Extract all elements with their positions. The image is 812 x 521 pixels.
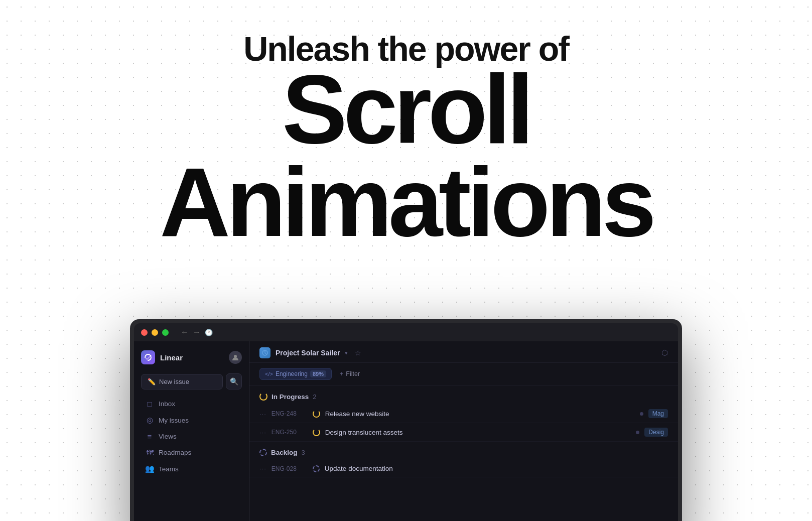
sidebar-item-my-issues[interactable]: ◎ My issues bbox=[137, 412, 246, 428]
table-row[interactable]: ··· ENG-248 Release new website Mag bbox=[249, 405, 678, 423]
sidebar-item-views-label: Views bbox=[159, 433, 177, 440]
search-button[interactable]: 🔍 bbox=[226, 373, 242, 389]
issue-id: ENG-248 bbox=[272, 410, 308, 417]
close-button[interactable] bbox=[141, 329, 148, 336]
sidebar-item-roadmaps[interactable]: 🗺 Roadmaps bbox=[137, 445, 246, 460]
target-icon: ◎ bbox=[145, 416, 154, 425]
backlog-title: Backlog bbox=[271, 449, 298, 456]
maximize-button[interactable] bbox=[162, 329, 169, 336]
main-content: Project Solar Sailer ▾ ☆ ⬡ </> Engineeri… bbox=[249, 341, 678, 521]
filter-bar: </> Engineering 89% + Filter bbox=[249, 363, 678, 385]
star-icon[interactable]: ☆ bbox=[355, 349, 361, 357]
project-icon bbox=[261, 349, 268, 356]
mac-frame: ← → 🕐 Linear bbox=[130, 319, 682, 521]
issue-dot-indicator bbox=[640, 412, 643, 416]
brand-name: Linear bbox=[160, 353, 183, 362]
filter-button[interactable]: + Filter bbox=[336, 368, 364, 379]
table-row[interactable]: ··· ENG-028 Update documentation bbox=[249, 460, 678, 477]
sidebar-header: Linear bbox=[134, 348, 249, 370]
user-avatar[interactable] bbox=[229, 351, 242, 364]
new-issue-button[interactable]: ✏️ New issue bbox=[141, 374, 223, 389]
code-icon: </> bbox=[265, 371, 273, 377]
engineering-pct: 89% bbox=[310, 370, 326, 377]
inbox-icon: □ bbox=[145, 400, 154, 408]
mac-nav: ← → 🕐 bbox=[181, 328, 213, 337]
issue-dot-indicator bbox=[636, 431, 639, 434]
issue-tag: Mag bbox=[648, 409, 668, 418]
in-progress-icon bbox=[259, 393, 267, 401]
issue-menu-icon: ··· bbox=[259, 429, 266, 436]
linear-logo-svg bbox=[144, 353, 152, 361]
project-name: Project Solar Sailer bbox=[276, 349, 340, 357]
sidebar-item-teams-label: Teams bbox=[159, 465, 179, 473]
in-progress-section-header: In Progress 2 bbox=[249, 385, 678, 405]
backlog-icon bbox=[259, 449, 267, 456]
issue-tag: Desig bbox=[644, 428, 668, 437]
edit-icon: ✏️ bbox=[148, 378, 156, 385]
expand-icon[interactable]: ⬡ bbox=[661, 348, 668, 357]
brand-icon bbox=[141, 350, 155, 364]
issue-title: Design translucent assets bbox=[325, 429, 631, 436]
issue-status-in-progress-icon bbox=[313, 429, 320, 436]
sidebar-item-inbox-label: Inbox bbox=[159, 400, 175, 408]
history-icon[interactable]: 🕐 bbox=[205, 329, 213, 336]
filter-label: Filter bbox=[346, 370, 360, 377]
issue-status-backlog-icon bbox=[313, 465, 320, 472]
issue-menu-icon: ··· bbox=[259, 465, 266, 472]
app-window-wrapper: ← → 🕐 Linear bbox=[130, 319, 682, 521]
search-icon: 🔍 bbox=[230, 377, 238, 385]
sidebar-item-roadmaps-label: Roadmaps bbox=[159, 449, 191, 456]
sidebar-item-my-issues-label: My issues bbox=[159, 417, 189, 424]
new-issue-label: New issue bbox=[159, 378, 189, 385]
issues-list: In Progress 2 ··· ENG-248 Release new we… bbox=[249, 385, 678, 521]
in-progress-count: 2 bbox=[313, 393, 316, 401]
mac-titlebar: ← → 🕐 bbox=[134, 323, 678, 341]
app-body: Linear ✏️ New issue 🔍 bbox=[134, 341, 678, 521]
minimize-button[interactable] bbox=[152, 329, 158, 336]
sidebar-item-inbox[interactable]: □ Inbox bbox=[137, 396, 246, 412]
chevron-down-icon[interactable]: ▾ bbox=[345, 350, 348, 356]
issue-id: ENG-250 bbox=[272, 429, 308, 436]
issue-status-in-progress-icon bbox=[313, 410, 320, 418]
forward-icon[interactable]: → bbox=[193, 328, 201, 337]
engineering-label: Engineering bbox=[276, 370, 308, 377]
issue-menu-icon: ··· bbox=[259, 410, 266, 418]
plus-icon: + bbox=[340, 370, 343, 377]
project-avatar bbox=[259, 347, 270, 358]
engineering-filter-badge[interactable]: </> Engineering 89% bbox=[259, 368, 332, 380]
users-icon: 👥 bbox=[145, 464, 154, 473]
issue-title: Release new website bbox=[325, 410, 635, 418]
sidebar-nav: □ Inbox ◎ My issues ≡ Views 🗺 Roadmaps bbox=[134, 395, 249, 478]
main-header: Project Solar Sailer ▾ ☆ ⬡ bbox=[249, 341, 678, 363]
issue-id: ENG-028 bbox=[272, 465, 308, 472]
back-icon[interactable]: ← bbox=[181, 328, 189, 337]
backlog-count: 3 bbox=[302, 449, 305, 456]
new-issue-row: ✏️ New issue 🔍 bbox=[134, 370, 249, 395]
backlog-section-header: Backlog 3 bbox=[249, 442, 678, 460]
issue-title: Update documentation bbox=[325, 465, 668, 472]
layers-icon: ≡ bbox=[145, 432, 154, 441]
sidebar-item-teams[interactable]: 👥 Teams bbox=[137, 461, 246, 477]
avatar-icon bbox=[231, 353, 239, 361]
sidebar-brand: Linear bbox=[141, 350, 183, 364]
sidebar: Linear ✏️ New issue 🔍 bbox=[134, 341, 249, 521]
in-progress-title: In Progress bbox=[272, 393, 309, 401]
table-row[interactable]: ··· ENG-250 Design translucent assets De… bbox=[249, 423, 678, 442]
sidebar-item-views[interactable]: ≡ Views bbox=[137, 429, 246, 444]
map-icon: 🗺 bbox=[145, 448, 154, 457]
